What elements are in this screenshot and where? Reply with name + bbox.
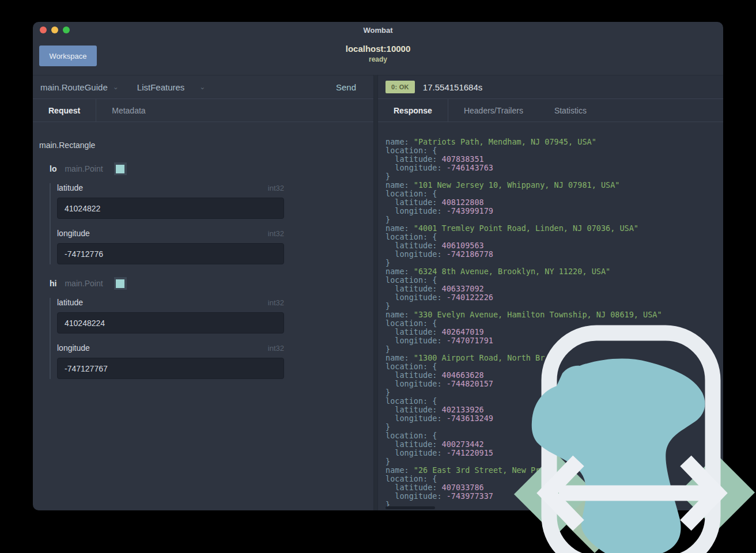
- chevron-down-icon[interactable]: ⌄: [113, 83, 119, 91]
- zoom-window-icon[interactable]: [63, 26, 70, 33]
- titlebar: Wombat: [33, 22, 723, 38]
- host-address: localhost:10000: [33, 44, 723, 54]
- response-body: name: "Patriots Path, Mendham, NJ 07945,…: [378, 122, 723, 510]
- pane-splitter[interactable]: [373, 75, 378, 510]
- response-tabs: Response Headers/Trailers Statistics: [378, 99, 723, 122]
- group-fields: latitude int32 longitude int32: [50, 183, 373, 264]
- longitude-input[interactable]: [57, 243, 284, 264]
- status-badge: 0: OK: [385, 81, 415, 93]
- connection-status: localhost:10000 ready: [33, 44, 723, 63]
- field-type: int32: [268, 184, 284, 192]
- field-group-hi: hi main.Point latitude int32: [39, 277, 373, 379]
- tab-statistics[interactable]: Statistics: [539, 99, 602, 122]
- horizontal-scrollbar-thumb[interactable]: [385, 506, 435, 509]
- request-toolbar: main.RouteGuide ⌄ ListFeatures ⌄ Send: [33, 75, 373, 99]
- connection-ready-status: ready: [33, 55, 723, 63]
- main-split: main.RouteGuide ⌄ ListFeatures ⌄ Send Re…: [33, 75, 723, 510]
- topbar: Workspace localhost:10000 ready: [33, 38, 723, 75]
- group-fields: latitude int32 longitude int32: [50, 298, 373, 379]
- close-window-icon[interactable]: [40, 26, 47, 33]
- field-type: int32: [268, 229, 284, 238]
- response-output: name: "Patriots Path, Mendham, NJ 07945,…: [385, 138, 723, 510]
- tab-response[interactable]: Response: [378, 99, 448, 122]
- field-label: longitude: [57, 229, 90, 238]
- field-row: longitude int32: [57, 229, 284, 264]
- field-label: latitude: [57, 298, 83, 307]
- latitude-input[interactable]: [57, 198, 284, 219]
- latitude-input[interactable]: [57, 312, 284, 334]
- response-pane: 0: OK 17.554151684s Response Headers/Tra…: [378, 75, 723, 510]
- field-row: latitude int32: [57, 298, 284, 334]
- wombat-window: Wombat Workspace localhost:10000 ready m…: [33, 22, 723, 510]
- message-type-label: main.Rectangle: [39, 141, 373, 150]
- traffic-lights: [40, 26, 70, 33]
- request-form: main.Rectangle lo main.Point latitude: [33, 122, 373, 389]
- group-field-name: lo: [50, 164, 56, 173]
- field-group-lo: lo main.Point latitude int32: [39, 162, 373, 264]
- tab-headers-trailers[interactable]: Headers/Trailers: [448, 99, 539, 122]
- tab-metadata[interactable]: Metadata: [96, 99, 161, 122]
- longitude-input[interactable]: [57, 358, 284, 379]
- call-duration: 17.554151684s: [423, 82, 482, 92]
- checkbox-checked-icon: [116, 165, 124, 173]
- field-type: int32: [268, 344, 284, 353]
- window-title: Wombat: [363, 26, 392, 35]
- service-select[interactable]: main.RouteGuide: [40, 82, 108, 92]
- group-field-type: main.Point: [65, 164, 103, 173]
- field-label: longitude: [57, 343, 90, 353]
- method-select[interactable]: ListFeatures: [137, 82, 185, 92]
- field-row: longitude int32: [57, 343, 284, 379]
- field-type: int32: [268, 298, 284, 307]
- group-enabled-checkbox[interactable]: [114, 277, 127, 290]
- minimize-window-icon[interactable]: [51, 26, 58, 33]
- request-tabs: Request Metadata: [33, 99, 373, 122]
- response-toolbar: 0: OK 17.554151684s: [378, 75, 723, 99]
- field-row: latitude int32: [57, 183, 284, 219]
- group-field-type: main.Point: [65, 279, 103, 288]
- tab-request[interactable]: Request: [33, 99, 96, 122]
- chevron-down-icon[interactable]: ⌄: [199, 83, 205, 91]
- request-pane: main.RouteGuide ⌄ ListFeatures ⌄ Send Re…: [33, 75, 373, 510]
- send-button[interactable]: Send: [336, 82, 356, 92]
- group-header: hi main.Point: [50, 277, 373, 290]
- group-enabled-checkbox[interactable]: [114, 162, 127, 175]
- checkbox-checked-icon: [116, 279, 124, 288]
- group-field-name: hi: [50, 279, 56, 288]
- field-label: latitude: [57, 183, 83, 192]
- group-header: lo main.Point: [50, 162, 373, 175]
- desktop-background: Wombat Workspace localhost:10000 ready m…: [0, 0, 756, 553]
